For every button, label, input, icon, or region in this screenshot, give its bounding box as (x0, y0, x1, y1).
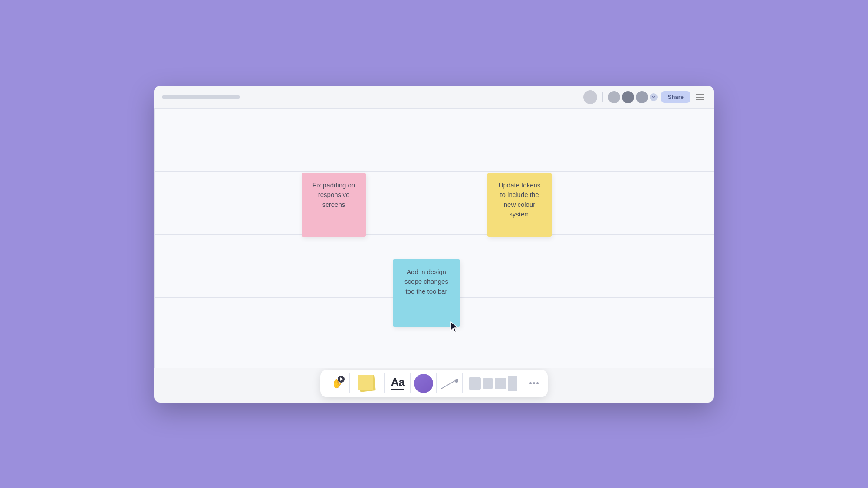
sticky-note-yellow[interactable]: Update tokens to include the new colour … (487, 173, 552, 237)
collaborator-avatars (608, 91, 658, 103)
dot-3 (536, 382, 539, 384)
bottom-toolbar: ✋ Aa (154, 368, 714, 403)
dot-1 (529, 382, 532, 384)
three-dots-icon (529, 382, 539, 384)
text-tool[interactable]: Aa (387, 373, 408, 394)
tool-section-pointer: ✋ (324, 370, 350, 397)
tool-section-line (437, 370, 463, 397)
header: Share (154, 86, 714, 108)
sticky-note-blue-text: Add in design scope changes too the tool… (404, 268, 448, 295)
menu-line-3 (696, 99, 704, 100)
menu-button[interactable] (694, 92, 706, 102)
tool-section-shape (411, 370, 437, 397)
canvas-area[interactable]: Fix padding on responsive screens Update… (154, 108, 714, 368)
tool-section-text: Aa (385, 370, 411, 397)
line-tool-icon (440, 374, 459, 393)
user-avatar[interactable] (583, 90, 597, 104)
toolbar-panel: ✋ Aa (320, 370, 548, 397)
more-tools-button[interactable] (526, 376, 542, 391)
menu-line-1 (696, 94, 704, 95)
sticky-note-pink[interactable]: Fix padding on responsive screens (302, 173, 366, 237)
frame-tool-square-2[interactable] (483, 378, 493, 389)
shape-circle-icon (414, 374, 433, 393)
collab-expand-icon[interactable] (650, 93, 658, 101)
header-right: Share (583, 90, 706, 104)
line-line (441, 379, 458, 389)
breadcrumb (162, 95, 240, 99)
app-window: Share Fix padding on responsive screens … (154, 86, 714, 403)
frame-tool-square-3[interactable] (495, 378, 506, 389)
tool-section-more (523, 370, 544, 397)
sticky-note-pink-text: Fix padding on responsive screens (312, 181, 355, 208)
frame-tools-group (465, 376, 521, 391)
sticky-icon-stack (356, 374, 378, 393)
play-icon (338, 376, 345, 383)
line-tool[interactable] (439, 373, 460, 394)
share-button[interactable]: Share (661, 91, 690, 103)
collab-avatar-1 (608, 91, 620, 103)
text-tool-label: Aa (391, 377, 404, 390)
frame-tool-square-4[interactable] (508, 376, 517, 391)
collab-avatar-2 (622, 91, 634, 103)
pointer-tool[interactable]: ✋ (326, 373, 347, 394)
sticky-note-yellow-text: Update tokens to include the new colour … (499, 181, 541, 218)
dot-2 (533, 382, 535, 384)
shape-tool[interactable] (413, 373, 434, 394)
canvas-grid (154, 108, 714, 368)
sticky-note-blue[interactable]: Add in design scope changes too the tool… (393, 259, 460, 327)
frame-tool-square-1[interactable] (469, 377, 481, 390)
sticky-note-tool[interactable] (352, 373, 382, 394)
header-left (162, 95, 240, 99)
tool-section-frames (463, 370, 523, 397)
play-triangle (340, 377, 343, 381)
collab-avatar-3 (636, 91, 648, 103)
header-divider (602, 92, 603, 102)
sticky-icon-front (358, 375, 373, 390)
menu-line-2 (696, 97, 704, 98)
tool-section-sticky (350, 370, 385, 397)
